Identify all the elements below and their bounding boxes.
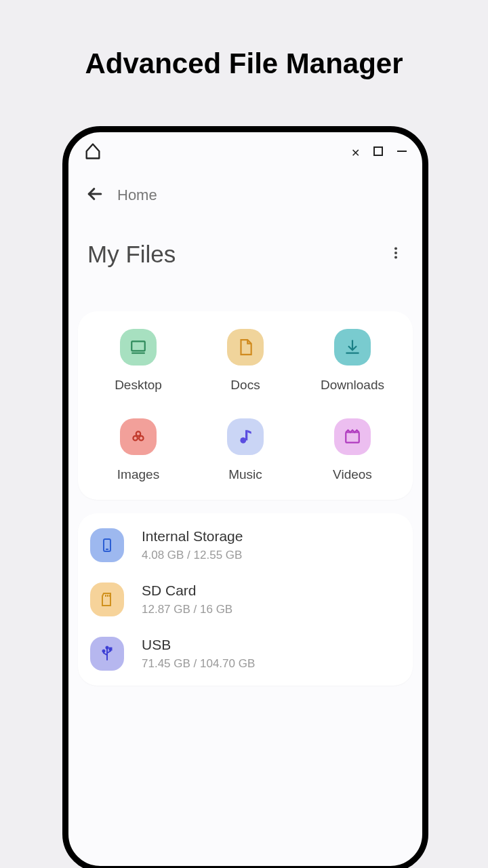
category-label: Docs: [230, 378, 260, 393]
svg-rect-12: [346, 433, 359, 443]
storage-panel: Internal Storage 4.08 GB / 12.55 GB SD C…: [78, 513, 413, 686]
video-icon: [334, 418, 371, 455]
storage-usb[interactable]: USB 71.45 GB / 104.70 GB: [90, 637, 401, 671]
document-icon: [227, 329, 264, 366]
page-title: My Files: [87, 241, 176, 268]
category-desktop[interactable]: Desktop: [85, 329, 192, 393]
category-downloads[interactable]: Downloads: [299, 329, 406, 393]
storage-subtitle: 12.87 GB / 16 GB: [142, 603, 232, 616]
svg-point-3: [394, 252, 397, 254]
category-music[interactable]: Music: [192, 418, 299, 482]
storage-subtitle: 4.08 GB / 12.55 GB: [142, 549, 243, 562]
home-icon[interactable]: [83, 142, 102, 163]
close-icon[interactable]: ✕: [351, 146, 360, 159]
storage-sdcard[interactable]: SD Card 12.87 GB / 16 GB: [90, 583, 401, 616]
storage-title: Internal Storage: [142, 528, 243, 545]
svg-point-9: [139, 436, 144, 441]
storage-title: USB: [142, 637, 255, 653]
category-label: Desktop: [115, 378, 162, 393]
svg-point-19: [106, 647, 108, 649]
breadcrumb[interactable]: Home: [117, 186, 157, 204]
image-icon: [120, 418, 157, 455]
storage-title: SD Card: [142, 583, 232, 599]
desktop-icon: [120, 329, 157, 366]
nav-row: Home: [68, 167, 422, 210]
category-videos[interactable]: Videos: [299, 418, 406, 482]
download-icon: [334, 329, 371, 366]
status-bar: ✕: [68, 132, 422, 167]
music-icon: [227, 418, 264, 455]
storage-subtitle: 71.45 GB / 104.70 GB: [142, 657, 255, 671]
minimize-icon[interactable]: [396, 146, 407, 159]
svg-rect-11: [245, 430, 247, 440]
categories-panel: Desktop Docs Downloads: [78, 311, 413, 500]
category-label: Images: [117, 467, 159, 482]
svg-point-8: [133, 436, 138, 441]
svg-rect-5: [131, 341, 145, 351]
svg-point-2: [394, 248, 397, 250]
category-label: Music: [228, 467, 262, 482]
sdcard-icon: [90, 583, 124, 616]
category-images[interactable]: Images: [85, 418, 192, 482]
more-options-icon[interactable]: [388, 245, 403, 263]
phone-frame: ✕ Home My Files: [62, 126, 428, 868]
storage-internal[interactable]: Internal Storage 4.08 GB / 12.55 GB: [90, 528, 401, 562]
svg-point-10: [240, 437, 246, 443]
category-docs[interactable]: Docs: [192, 329, 299, 393]
phone-icon: [90, 528, 124, 562]
svg-point-20: [103, 650, 105, 652]
category-label: Downloads: [321, 378, 384, 393]
promo-title: Advanced File Manager: [0, 47, 488, 80]
svg-point-7: [136, 431, 141, 436]
svg-rect-21: [110, 648, 112, 650]
svg-rect-0: [374, 147, 382, 155]
usb-icon: [90, 637, 124, 671]
maximize-icon[interactable]: [373, 146, 383, 159]
category-label: Videos: [333, 467, 372, 482]
title-row: My Files: [68, 210, 422, 275]
svg-point-4: [394, 256, 397, 258]
back-arrow-icon[interactable]: [85, 184, 105, 207]
